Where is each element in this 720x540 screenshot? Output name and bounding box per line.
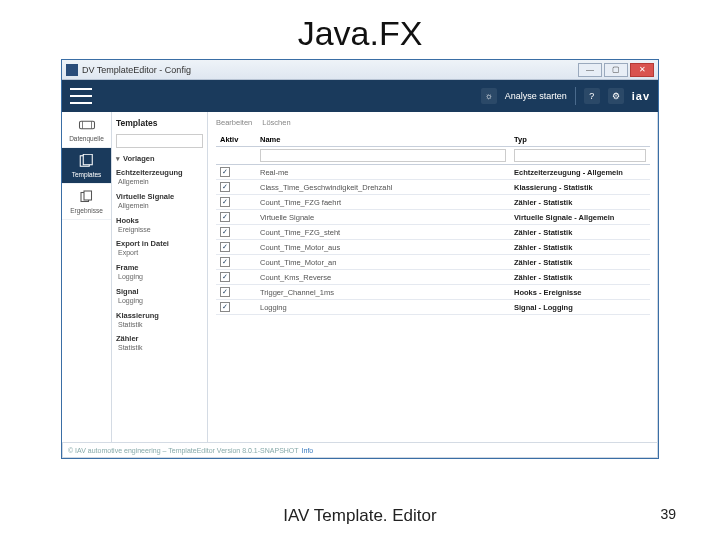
cell-type: Echtzeiterzeugung - Allgemein [510,165,650,180]
table-row[interactable]: ✓Count_Time_Motor_anZähler - Statistik [216,255,650,270]
help-icon[interactable]: ? [584,88,600,104]
tree-group[interactable]: EchtzeiterzeugungAllgemein [116,168,203,187]
col-type[interactable]: Typ [510,133,650,147]
slide-caption: IAV Template. Editor [0,506,720,526]
delete-button[interactable]: Löschen [262,118,290,127]
table-row[interactable]: ✓Trigger_Channel_1msHooks - Ereignisse [216,285,650,300]
table-row[interactable]: ✓Class_Time_Geschwindigkeit_DrehzahlKlas… [216,180,650,195]
checkbox[interactable]: ✓ [220,182,230,192]
table-row[interactable]: ✓Count_Time_FZG faehrtZähler - Statistik [216,195,650,210]
tree-panel: Templates ▾VorlagenEchtzeiterzeugungAllg… [112,112,208,442]
table-row[interactable]: ✓Count_Time_Motor_ausZähler - Statistik [216,240,650,255]
checkbox[interactable]: ✓ [220,212,230,222]
rail-label: Templates [64,171,109,178]
gear-icon[interactable]: ⚙ [608,88,624,104]
checkbox[interactable]: ✓ [220,227,230,237]
svg-rect-6 [84,191,92,200]
sun-icon[interactable]: ☼ [481,88,497,104]
tree-group-item[interactable]: Allgemein [116,202,203,211]
app-topbar: ☼ Analyse starten ? ⚙ iav [62,80,658,112]
analyse-button[interactable]: Analyse starten [505,91,567,101]
tree-group-item[interactable]: Export [116,249,203,258]
checkbox[interactable]: ✓ [220,287,230,297]
cell-name: Count_Kms_Reverse [256,270,510,285]
checkbox[interactable]: ✓ [220,302,230,312]
window-title: DV TemplateEditor - Config [82,65,191,75]
rail-label: Ergebnisse [64,207,109,214]
tree-group-head: Signal [116,287,203,296]
cell-name: Count_Time_Motor_aus [256,240,510,255]
tree-filter-input[interactable] [116,134,203,148]
tree-group-item[interactable]: Logging [116,273,203,282]
cell-type: Zähler - Statistik [510,195,650,210]
tree-group-item[interactable]: Ereignisse [116,226,203,235]
checkbox[interactable]: ✓ [220,242,230,252]
cell-type: Klassierung - Statistik [510,180,650,195]
window-maximize-button[interactable]: ▢ [604,63,628,77]
tree-group-item[interactable]: Statistik [116,321,203,330]
col-active[interactable]: Aktiv [216,133,256,147]
tree-group-head: Klassierung [116,311,203,320]
caret-icon: ▾ [116,155,120,163]
cell-name: Count_Time_Motor_an [256,255,510,270]
svg-rect-0 [79,121,94,129]
cell-name: Real-me [256,165,510,180]
tree-group-head: Frame [116,263,203,272]
edit-button[interactable]: Bearbeiten [216,118,252,127]
cell-name: Count_Time_FZG_steht [256,225,510,240]
cell-type: Zähler - Statistik [510,255,650,270]
tree-group[interactable]: Export in DateiExport [116,239,203,258]
cell-name: Trigger_Channel_1ms [256,285,510,300]
tree-group[interactable]: ▾Vorlagen [116,154,203,163]
tree-group-head: Echtzeiterzeugung [116,168,203,177]
col-name[interactable]: Name [256,133,510,147]
checkbox[interactable]: ✓ [220,197,230,207]
svg-rect-4 [83,154,92,165]
table-row[interactable]: ✓Virtuelle SignaleVirtuelle Signale - Al… [216,210,650,225]
separator [575,87,576,105]
tree-group[interactable]: HooksEreignisse [116,216,203,235]
status-bar: © IAV automotive engineering – TemplateE… [62,442,658,458]
tree-group[interactable]: SignalLogging [116,287,203,306]
main-panel: ‹ Bearbeiten Löschen Aktiv Name Typ [208,112,658,442]
checkbox[interactable]: ✓ [220,167,230,177]
filter-name-input[interactable] [260,149,506,162]
table-row[interactable]: ✓Count_Time_FZG_stehtZähler - Statistik [216,225,650,240]
checkbox[interactable]: ✓ [220,272,230,282]
cell-name: Count_Time_FZG faehrt [256,195,510,210]
rail-item-ergebnisse[interactable]: Ergebnisse [62,184,111,220]
tree-group[interactable]: FrameLogging [116,263,203,282]
tree-group-head: Hooks [116,216,203,225]
tree-group[interactable]: Virtuelle SignaleAllgemein [116,192,203,211]
rail-item-templates[interactable]: Templates [62,148,111,184]
table-row[interactable]: ✓LoggingSignal - Logging [216,300,650,315]
cell-type: Hooks - Ereignisse [510,285,650,300]
window-close-button[interactable]: ✕ [630,63,654,77]
tree-group-head: Export in Datei [116,239,203,248]
tree-group[interactable]: KlassierungStatistik [116,311,203,330]
cell-name: Virtuelle Signale [256,210,510,225]
app-window: DV TemplateEditor - Config — ▢ ✕ ☼ Analy… [61,59,659,459]
window-minimize-button[interactable]: — [578,63,602,77]
cell-name: Logging [256,300,510,315]
tree-group-head: ▾Vorlagen [116,154,203,163]
tree-group-item[interactable]: Logging [116,297,203,306]
app-icon [66,64,78,76]
table-row[interactable]: ✓Count_Kms_ReverseZähler - Statistik [216,270,650,285]
tree-group-head: Virtuelle Signale [116,192,203,201]
brand-logo: iav [632,90,650,102]
rail-label: Datenquelle [64,135,109,142]
slide-title: Java.FX [0,0,720,59]
tree-group[interactable]: ZählerStatistik [116,334,203,353]
tree-group-item[interactable]: Statistik [116,344,203,353]
rail-item-datenquelle[interactable]: Datenquelle [62,112,111,148]
footer-info-link[interactable]: Info [302,447,314,454]
table-row[interactable]: ✓Real-meEchtzeiterzeugung - Allgemein [216,165,650,180]
filter-type-input[interactable] [514,149,646,162]
footer-text: © IAV automotive engineering – TemplateE… [68,447,299,454]
cell-type: Signal - Logging [510,300,650,315]
checkbox[interactable]: ✓ [220,257,230,267]
page-number: 39 [660,506,676,522]
menu-icon[interactable] [70,88,92,104]
tree-group-item[interactable]: Allgemein [116,178,203,187]
